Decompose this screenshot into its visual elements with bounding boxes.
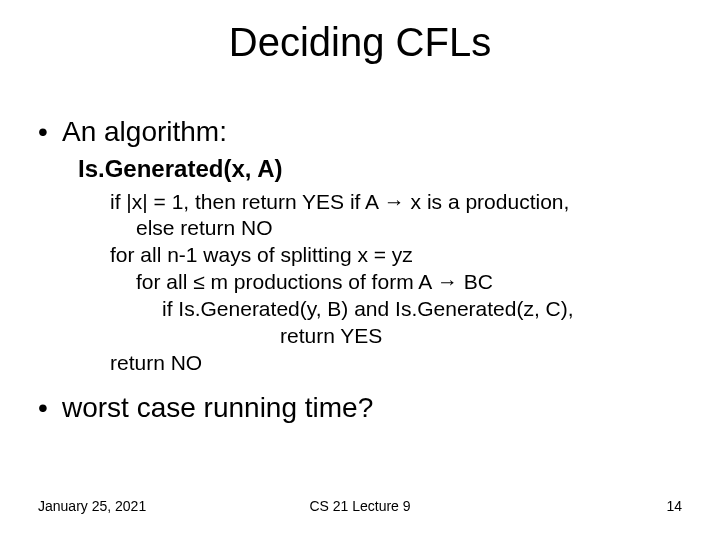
algorithm-body: if |x| = 1, then return YES if A → x is … (110, 189, 682, 377)
bullet-dot-icon: • (38, 118, 62, 146)
bullet-dot-icon: • (38, 394, 62, 422)
algo-line-5: if Is.Generated(y, B) and Is.Generated(z… (110, 296, 682, 323)
function-name: Is.Generated(x, A) (78, 155, 682, 183)
bullet-algorithm-text: An algorithm: (62, 115, 227, 149)
algo-line-4: for all ≤ m productions of form A → BC (110, 269, 682, 296)
algo-line-3: for all n-1 ways of splitting x = yz (110, 242, 682, 269)
footer-page: 14 (666, 498, 682, 514)
algo-line-6: return YES (110, 323, 682, 350)
slide-title: Deciding CFLs (0, 20, 720, 65)
algo-line-2: else return NO (110, 215, 682, 242)
bullet-question-text: worst case running time? (62, 391, 373, 425)
footer-date: January 25, 2021 (38, 498, 146, 514)
algo-line-1: if |x| = 1, then return YES if A → x is … (110, 189, 682, 216)
footer: CS 21 Lecture 9 January 25, 2021 14 (38, 498, 682, 514)
algo-line-7: return NO (110, 350, 682, 377)
bullet-algorithm: • An algorithm: (38, 115, 682, 149)
bullet-question: • worst case running time? (38, 391, 682, 425)
